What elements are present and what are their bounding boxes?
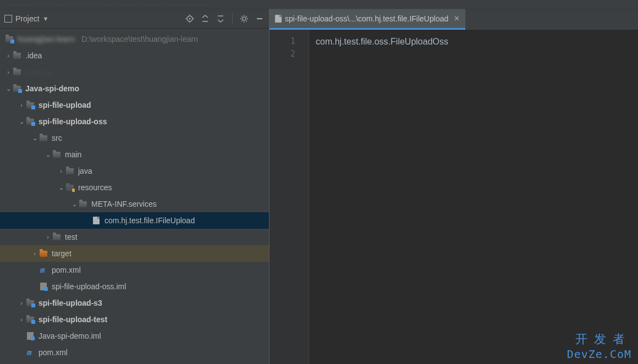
tree-row-iml-oss[interactable]: spi-file-upload-oss.iml <box>0 278 269 295</box>
tree-label: com.hj.test.file.IFileUpload <box>105 216 195 225</box>
svg-line-13 <box>241 20 243 21</box>
tree-row-resources[interactable]: ⌄ resources <box>0 179 269 196</box>
svg-line-14 <box>246 16 248 17</box>
project-panel-icon <box>4 15 12 23</box>
svg-line-12 <box>246 20 248 21</box>
folder-icon <box>12 67 22 77</box>
tree-row-src[interactable]: ⌄ src <box>0 130 269 146</box>
svg-point-6 <box>243 16 246 20</box>
tree-label: resources <box>78 183 112 192</box>
project-panel: Project ▼ huangjian-learn D:\workspace\t… <box>0 9 270 364</box>
tree-label: huangjian-learn <box>18 35 75 43</box>
tree-label: pom.xml <box>38 348 68 357</box>
tree-label: spi-file-upload-oss <box>38 117 107 126</box>
file-icon <box>275 15 282 23</box>
line-number: 1 <box>270 35 309 48</box>
tree-label: main <box>65 150 81 159</box>
expand-arrow-icon[interactable]: › <box>44 234 52 240</box>
expand-arrow-icon[interactable]: › <box>31 250 38 257</box>
tree-label: spi-file-upload-oss.iml <box>52 282 126 291</box>
expand-arrow-icon[interactable]: › <box>4 69 12 75</box>
tree-label: Java-spi-demo <box>25 84 79 93</box>
tree-row-main[interactable]: ⌄ main <box>0 146 269 163</box>
tree-label: spi-file-upload-test <box>38 315 107 324</box>
expand-arrow-icon[interactable]: › <box>18 300 25 306</box>
panel-header: Project ▼ <box>0 9 269 29</box>
toolbar-separator <box>232 13 233 24</box>
tree-row-pom[interactable]: m pom.xml <box>0 262 269 278</box>
folder-icon <box>65 166 75 176</box>
module-folder-icon <box>25 315 35 324</box>
editor-tabs: spi-file-upload-oss\...\com.hj.test.file… <box>270 9 638 30</box>
tree-row-target[interactable]: › target <box>0 245 269 262</box>
expand-arrow-icon[interactable]: › <box>18 102 25 108</box>
tree-row-test[interactable]: › test <box>0 229 269 245</box>
collapse-arrow-icon[interactable]: ⌄ <box>70 201 78 208</box>
svg-point-1 <box>189 18 191 19</box>
maven-icon: m <box>38 265 48 275</box>
tree-row-root[interactable]: huangjian-learn D:\workspace\test\huangj… <box>0 31 269 47</box>
module-folder-icon <box>25 117 35 126</box>
tree-row-hidden[interactable]: › ········ ···· <box>0 64 269 80</box>
expand-all-icon[interactable] <box>200 14 210 24</box>
folder-icon <box>52 232 62 242</box>
iml-icon <box>25 331 35 341</box>
iml-icon <box>38 282 48 291</box>
file-icon <box>91 216 101 225</box>
maven-icon: m <box>25 348 35 357</box>
folder-icon <box>78 199 88 209</box>
expand-arrow-icon[interactable]: › <box>4 52 12 59</box>
tree-label: pom.xml <box>52 266 81 274</box>
tree-row-pom2[interactable]: m pom.xml <box>0 344 269 361</box>
close-icon[interactable]: ✕ <box>454 14 460 23</box>
target-folder-icon <box>38 249 48 258</box>
tree-row-upload-test[interactable]: › spi-file-upload-test <box>0 311 269 328</box>
collapse-arrow-icon[interactable]: ⌄ <box>18 118 25 125</box>
panel-toolbar <box>185 13 265 24</box>
tree-label: target <box>52 249 72 258</box>
tree-label: java <box>78 167 92 175</box>
collapse-arrow-icon[interactable]: ⌄ <box>31 135 38 142</box>
editor-tab-active[interactable]: spi-file-upload-oss\...\com.hj.test.file… <box>270 9 465 30</box>
gear-icon[interactable] <box>239 14 249 24</box>
tree-row-iml-demo[interactable]: Java-spi-demo.iml <box>0 328 269 344</box>
breadcrumbs-bar: ···· ···· · ···· ··· ···· · ··· ····· ··… <box>0 0 638 9</box>
tree-row-java[interactable]: › java <box>0 163 269 179</box>
locate-icon[interactable] <box>185 14 195 24</box>
tree-row-spi-file-upload-oss[interactable]: ⌄ spi-file-upload-oss <box>0 113 269 130</box>
folder-icon <box>38 133 48 143</box>
folder-icon <box>12 51 22 60</box>
collapse-all-icon[interactable] <box>216 14 226 24</box>
tree-row-java-spi-demo[interactable]: ⌄ Java-spi-demo <box>0 80 269 97</box>
tree-label: META-INF.services <box>91 200 157 208</box>
resources-folder-icon <box>65 183 75 192</box>
project-tree: huangjian-learn D:\workspace\test\huangj… <box>0 29 269 364</box>
tree-row-s3[interactable]: › spi-file-upload-s3 <box>0 295 269 311</box>
module-folder-icon <box>4 34 14 44</box>
tree-row-spi-file-upload[interactable]: › spi-file-upload <box>0 97 269 113</box>
module-folder-icon <box>25 100 35 110</box>
tree-row-metainf[interactable]: ⌄ META-INF.services <box>0 196 269 212</box>
editor-code[interactable]: com.hj.test.file.oss.FileUploadOss <box>309 30 638 364</box>
code-line: com.hj.test.file.oss.FileUploadOss <box>316 35 631 48</box>
tree-label: src <box>52 134 62 142</box>
expand-arrow-icon[interactable]: › <box>57 168 65 174</box>
collapse-arrow-icon[interactable]: ⌄ <box>44 151 52 158</box>
panel-title: Project <box>15 14 40 23</box>
tree-row-ifileupload[interactable]: com.hj.test.file.IFileUpload <box>0 212 269 229</box>
collapse-arrow-icon[interactable]: ⌄ <box>57 184 65 191</box>
line-number: 2 <box>270 48 309 60</box>
hide-icon[interactable] <box>255 14 265 24</box>
svg-line-11 <box>241 16 243 17</box>
tree-label: spi-file-upload <box>38 101 91 109</box>
tree-row-idea[interactable]: › .idea <box>0 47 269 64</box>
expand-arrow-icon[interactable]: › <box>18 316 25 323</box>
editor-gutter: 1 2 <box>270 30 309 364</box>
editor-body[interactable]: 1 2 com.hj.test.file.oss.FileUploadOss <box>270 30 638 364</box>
tree-label: ········ ···· <box>25 68 53 76</box>
tree-label: Java-spi-demo.iml <box>38 332 101 340</box>
panel-dropdown-icon[interactable]: ▼ <box>43 15 49 22</box>
collapse-arrow-icon[interactable]: ⌄ <box>4 85 12 92</box>
path-hint: D:\workspace\test\huangjian-learn <box>81 35 198 43</box>
tree-label: spi-file-upload-s3 <box>38 299 102 307</box>
